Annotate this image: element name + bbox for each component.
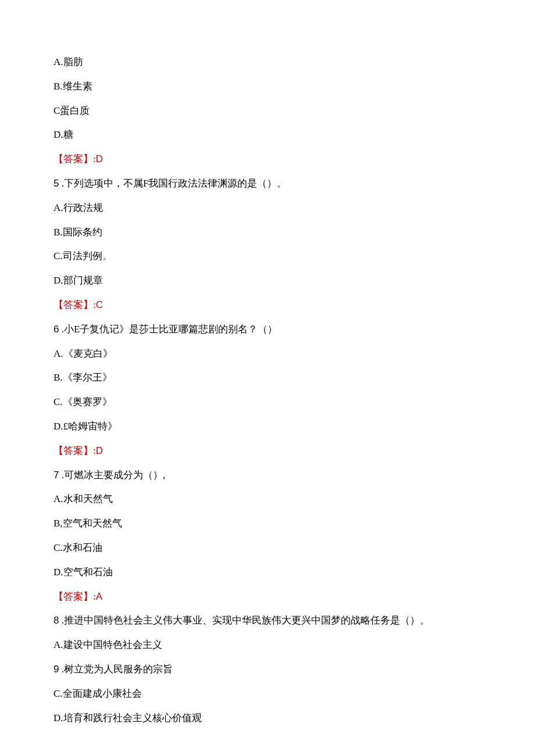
question-text: .可燃冰主要成分为（）, [59,470,165,481]
question-text: .小E子复仇记》是莎士比亚哪篇悲剧的别名？（） [59,324,277,335]
q5-option-a: A.行政法规 [54,201,482,215]
q4-option-c: C蛋白质 [54,104,482,118]
answer-label: 【答案】: [54,445,96,456]
q8-option-a: A.建设中国特色社会主义 [54,638,482,652]
q9-question: 9 .树立党为人民服务的宗旨 [54,662,482,676]
q6-question: 6 .小E子复仇记》是莎士比亚哪篇悲剧的别名？（） [54,323,482,336]
q7-answer: 【答案】:A [54,590,482,604]
q7-question: 7 .可燃冰主要成分为（）, [54,468,482,482]
q8-question: 8 .推进中国特色社会主义伟大事业、实现中华民族伟大更兴中国梦的战略任务是（）。 [54,614,482,628]
q7-option-c: C.水和石油 [54,541,482,555]
answer-label: 【答案】: [54,299,96,310]
q7-option-d: D.空气和石油 [54,565,482,579]
answer-value: A [96,591,102,602]
q4-answer: 【答案】:D [54,152,482,166]
q6-answer: 【答案】:D [54,444,482,458]
q6-option-a: A.《麦克白》 [54,347,482,361]
q6-option-d: D.£哈姆宙特》 [54,420,482,433]
q5-answer: 【答案】:C [54,298,482,312]
question-text: .树立党为人民服务的宗旨 [59,664,173,675]
question-text: .下列选项中，不属F我国行政法法律渊源的是（）。 [59,178,287,189]
q5-option-d: D.部门规章 [54,274,482,288]
q5-option-b: B.国际条约 [54,225,482,239]
document-content: A.脂肪 B.维生素 C蛋白质 D.糖 【答案】:D 5 .下列选项中，不属F我… [54,55,482,725]
answer-value: D [96,445,103,456]
q7-option-b: B,空气和天然气 [54,517,482,531]
q9-option-d: D.培育和践行社会主义核心价值观 [54,711,482,725]
answer-label: 【答案】: [54,591,96,602]
q5-question: 5 .下列选项中，不属F我国行政法法律渊源的是（）。 [54,177,482,191]
q6-option-c: C.《奥赛罗》 [54,395,482,409]
q4-option-d: D.糖 [54,128,482,142]
q9-option-c: C.全面建成小康社会 [54,687,482,701]
answer-label: 【答案】: [54,153,96,164]
q4-option-b: B.维生素 [54,80,482,94]
q6-option-b: B.《李尔王》 [54,371,482,385]
q5-option-c: C.司法判例。 [54,249,482,263]
answer-value: D [96,153,103,164]
q4-option-a: A.脂肪 [54,55,482,69]
question-text: .推进中国特色社会主义伟大事业、实现中华民族伟大更兴中国梦的战略任务是（）。 [59,615,430,626]
answer-value: C [96,299,103,310]
q7-option-a: A.水和天然气 [54,492,482,506]
